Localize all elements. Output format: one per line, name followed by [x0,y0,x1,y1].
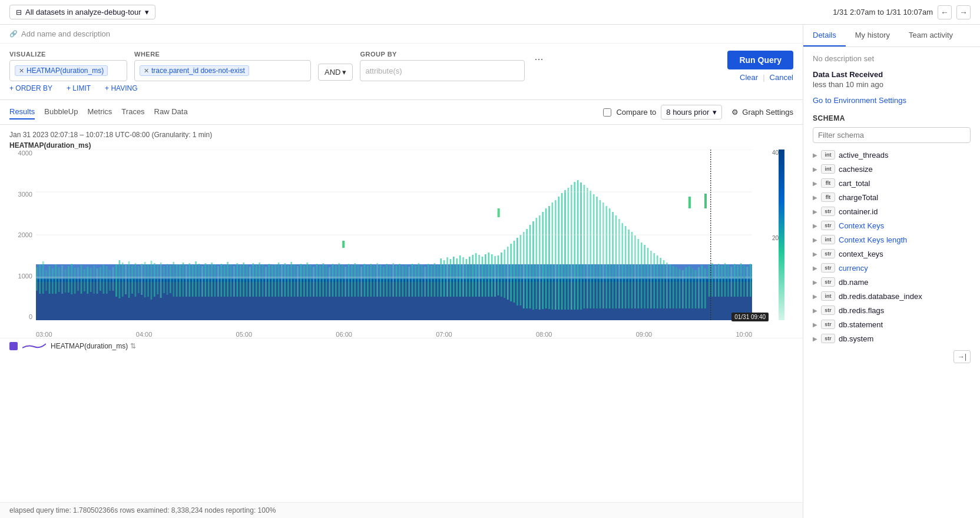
graph-settings-button[interactable]: ⚙ Graph Settings [731,108,793,117]
schema-chevron-icon: ▶ [813,208,817,215]
order-by-link[interactable]: + ORDER BY [9,84,52,92]
svg-rect-226 [721,265,723,297]
schema-item[interactable]: ▶intactive_threads [813,148,971,162]
schema-item[interactable]: ▶strdb.system [813,331,971,346]
schema-item[interactable]: ▶strContext Keys [813,218,971,233]
schema-item[interactable]: ▶strdb.statement [813,317,971,331]
legend-color-swatch [9,342,18,350]
env-settings-link[interactable]: Go to Environment Settings [813,96,971,105]
y-label-1000: 1000 [18,273,32,280]
next-arrow-button[interactable]: → [956,5,971,19]
schema-type-badge: int [821,164,835,174]
svg-rect-131 [224,265,226,297]
svg-rect-108 [682,270,684,308]
where-field[interactable]: ✕ trace.parent_id does-not-exist [134,60,311,81]
visualize-tag-remove[interactable]: ✕ [19,67,24,75]
svg-rect-16 [81,265,82,294]
svg-rect-41 [160,263,162,298]
svg-rect-119 [186,265,187,297]
svg-rect-51 [501,253,502,297]
svg-rect-67 [552,202,554,310]
visualize-field[interactable]: ✕ HEATMAP(duration_ms) [9,60,127,81]
svg-rect-121 [192,265,194,297]
svg-rect-91 [628,230,630,308]
clear-link[interactable]: Clear [740,73,758,82]
schema-item[interactable]: ▶strcontainer.id [813,204,971,218]
svg-rect-18 [87,267,88,294]
svg-rect-88 [618,219,620,308]
schema-item[interactable]: ▶intcachesize [813,162,971,176]
compare-checkbox[interactable] [603,108,611,117]
tab-metrics[interactable]: Metrics [87,105,112,119]
having-link[interactable]: + HAVING [105,84,137,92]
svg-rect-69 [558,197,559,310]
svg-rect-97 [647,248,649,308]
schema-item[interactable]: ▶intdb.redis.database_index [813,289,971,303]
sidebar-tab-team[interactable]: Team activity [899,25,962,47]
tab-traces[interactable]: Traces [121,105,144,119]
color-scale [776,150,787,320]
sort-icon[interactable]: ⇅ [130,342,136,350]
svg-rect-194 [424,267,426,297]
svg-rect-81 [596,197,598,308]
svg-rect-48 [688,197,691,208]
svg-rect-152 [290,262,292,297]
where-tag-remove[interactable]: ✕ [144,67,149,75]
svg-rect-99 [653,253,655,308]
schema-item[interactable]: ▶strdb.name [813,275,971,289]
svg-rect-9 [58,267,60,292]
limit-link[interactable]: + LIMIT [67,84,91,92]
svg-rect-122 [195,261,197,297]
svg-rect-70 [561,193,563,310]
x-label-05: 05:00 [236,331,253,338]
svg-rect-60 [529,225,531,308]
svg-rect-101 [660,258,661,308]
schema-type-badge: str [821,320,835,329]
where-label: WHERE [134,51,311,58]
run-query-button[interactable]: Run Query [727,51,793,69]
group-by-field[interactable]: attribute(s) [360,60,525,81]
schema-item[interactable]: ▶fltcart_total [813,176,971,190]
more-options-button[interactable]: ··· [532,51,545,68]
x-label-04: 04:00 [136,331,153,338]
svg-rect-202 [450,259,452,297]
status-bar: elapsed query time: 1.780502366s rows ex… [0,502,803,518]
schema-item[interactable]: ▶strcurrency [813,261,971,275]
schema-item[interactable]: ▶strcontext_keys [813,247,971,261]
svg-rect-19 [90,268,92,292]
svg-rect-172 [354,263,356,297]
svg-rect-128 [214,264,216,297]
add-name-link[interactable]: Add name and description [9,29,793,38]
sidebar-tab-details[interactable]: Details [803,25,846,47]
go-to-end-button[interactable]: →| [953,350,971,363]
svg-rect-195 [428,264,429,297]
svg-rect-90 [625,226,627,308]
schema-item[interactable]: ▶intContext Keys length [813,233,971,247]
svg-rect-196 [431,265,432,297]
sidebar-tab-history[interactable]: My history [846,25,899,47]
chart-wrap[interactable]: 4000 3000 2000 1000 0 [9,150,793,338]
svg-rect-142 [259,263,260,297]
schema-item[interactable]: ▶strdb.redis.flags [813,303,971,317]
schema-chevron-icon: ▶ [813,194,817,201]
hours-chevron-icon: ▾ [713,108,717,117]
schema-list: ▶intactive_threads▶intcachesize▶fltcart_… [813,148,971,346]
svg-rect-17 [84,269,85,291]
svg-rect-174 [360,267,362,297]
dataset-selector[interactable]: ⊟ All datasets in analyze-debug-tour ▾ [9,5,155,19]
cancel-link[interactable]: Cancel [770,73,793,82]
prev-arrow-button[interactable]: ← [938,5,952,19]
svg-rect-61 [532,221,534,310]
and-button[interactable]: AND ▾ [318,64,353,81]
schema-item[interactable]: ▶fltchargeTotal [813,190,971,204]
svg-rect-7 [52,268,54,294]
schema-type-badge: flt [821,178,835,188]
tab-bubbleup[interactable]: BubbleUp [44,105,78,119]
hours-prior-dropdown[interactable]: 8 hours prior ▾ [661,105,722,119]
tab-results[interactable]: Results [9,105,35,119]
svg-rect-105 [673,266,674,308]
tab-rawdata[interactable]: Raw Data [154,105,188,119]
svg-rect-59 [526,229,528,308]
schema-filter-input[interactable] [813,127,971,143]
x-label-07: 07:00 [436,331,452,338]
